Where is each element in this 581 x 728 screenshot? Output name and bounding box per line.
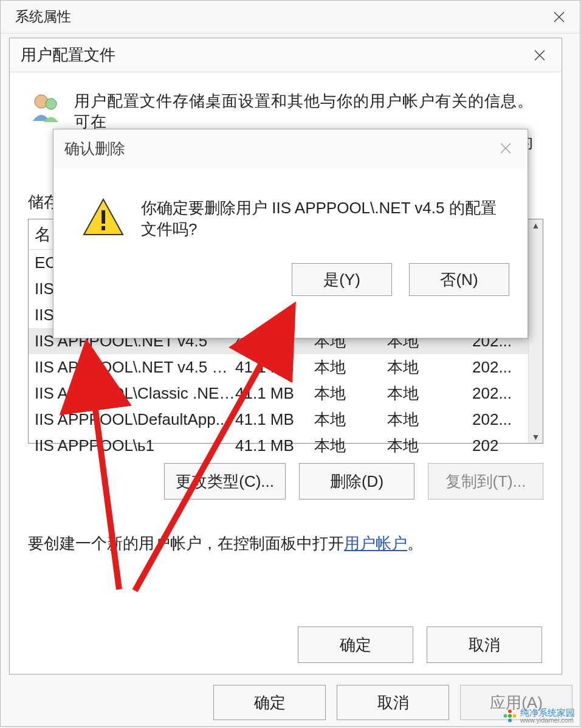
cell-size: 41.1 MB [235,358,314,377]
cell-modified: 202... [472,410,527,429]
confirm-message: 你确定要删除用户 IIS APPPOOL\.NET v4.5 的配置文件吗? [141,197,506,240]
svg-rect-9 [101,210,105,224]
svg-rect-10 [101,226,105,230]
cell-type: 本地 [314,357,387,378]
system-properties-titlebar: 系统属性 [1,1,580,33]
user-profile-titlebar: 用户配置文件 [10,38,562,72]
cell-size: 41.1 MB [235,436,314,455]
confirm-title: 确认删除 [64,139,125,159]
svg-point-5 [46,98,57,109]
delete-button[interactable]: 删除(D) [299,463,414,500]
svg-point-15 [513,714,517,718]
no-button[interactable]: 否(N) [409,263,509,296]
profile-actions: 更改类型(C)... 删除(D) 复制到(T)... [28,463,543,500]
cell-size: 41.1 MB [235,410,314,429]
chevron-up-icon[interactable]: ▲ [532,221,540,230]
cell-type: 本地 [314,409,387,430]
user-accounts-link[interactable]: 用户帐户 [344,534,407,552]
yes-button[interactable]: 是(Y) [292,263,392,296]
create-account-line: 要创建一个新的用户帐户，在控制面板中打开用户帐户。 [28,533,543,554]
confirm-delete-dialog: 确认删除 你确定要删除用户 IIS APPPOOL\.NET v4.5 的配置文… [53,129,528,338]
confirm-body: 你确定要删除用户 IIS APPPOOL\.NET v4.5 的配置文件吗? [53,167,528,246]
cell-name: IIS APPPOOL\ь1 [35,436,235,455]
close-icon[interactable] [526,42,553,69]
cell-status: 本地 [387,357,472,378]
cell-modified: 202... [472,384,527,403]
close-icon[interactable] [492,135,519,162]
cell-type: 本地 [314,435,387,456]
table-row[interactable]: IIS APPPOOL\Classic .NET...41.1 MB本地本地20… [29,380,543,407]
cell-modified: 202 [472,436,527,455]
profile-ok-button[interactable]: 确定 [298,627,413,663]
chevron-down-icon[interactable]: ▼ [532,432,540,442]
confirm-titlebar: 确认删除 [53,129,528,167]
cell-status: 本地 [387,383,472,404]
table-row[interactable]: IIS APPPOOL\.NET v4.5 Cl...41.1 MB本地本地20… [29,354,543,380]
table-row[interactable]: IIS APPPOOL\ь141.1 MB本地本地202 [29,433,543,459]
cell-status: 本地 [387,409,472,430]
user-profile-title: 用户配置文件 [21,44,115,66]
cell-name: IIS APPPOOL\.NET v4.5 Cl... [35,358,235,377]
profile-bottom-buttons: 确定 取消 [298,627,542,663]
cell-modified: 202... [472,358,527,377]
close-icon[interactable] [546,4,572,30]
watermark-sub: www.yidamei.com [520,717,575,724]
cell-name: IIS APPPOOL\DefaultApp... [35,410,235,429]
scrollbar[interactable]: ▲ ▼ [528,219,543,443]
table-row[interactable]: IIS APPPOOL\DefaultApp...41.1 MB本地本地202.… [29,407,543,433]
warning-icon [83,198,124,240]
svg-point-13 [508,714,512,718]
svg-point-14 [508,710,512,713]
confirm-buttons: 是(Y) 否(N) [53,263,528,309]
copy-to-button: 复制到(T)... [428,463,543,500]
system-properties-title: 系统属性 [15,7,71,26]
system-ok-button[interactable]: 确定 [213,685,326,720]
intro-line-1: 用户配置文件存储桌面设置和其他与你的用户帐户有关的信息。可在 [74,91,543,132]
watermark-main: 纯净系统家园 [520,708,575,718]
profile-cancel-button[interactable]: 取消 [427,627,542,663]
svg-point-16 [508,719,512,723]
create-text-after: 。 [407,534,423,552]
watermark: 纯净系统家园 www.yidamei.com [503,708,575,724]
cell-size: 41.1 MB [235,384,314,403]
cell-name: IIS APPPOOL\Classic .NET... [35,384,235,403]
watermark-icon [503,709,517,723]
svg-point-17 [504,714,507,718]
change-type-button[interactable]: 更改类型(C)... [164,463,286,500]
cell-status: 本地 [387,435,472,456]
system-cancel-button[interactable]: 取消 [337,685,449,720]
cell-type: 本地 [314,383,387,404]
create-text-before: 要创建一个新的用户帐户，在控制面板中打开 [28,534,344,552]
